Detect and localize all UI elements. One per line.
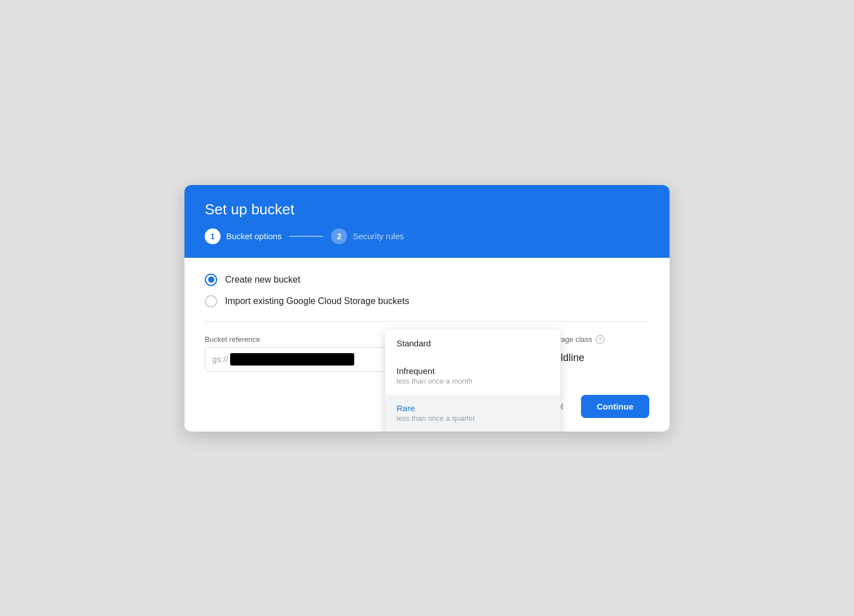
storage-class-group: Storage class ? Coldline xyxy=(548,335,649,364)
dialog-header: Set up bucket 1 Bucket options 2 Securit… xyxy=(184,185,670,258)
step-2: 2 Security rules xyxy=(331,228,404,244)
storage-class-help-icon[interactable]: ? xyxy=(596,335,605,344)
storage-class-value: Coldline xyxy=(548,352,649,364)
dialog-title: Set up bucket xyxy=(205,201,649,218)
dropdown-item-standard-title: Standard xyxy=(397,338,549,348)
dropdown-item-standard[interactable]: Standard xyxy=(385,329,560,357)
radio-create-new[interactable]: Create new bucket xyxy=(205,274,649,286)
bucket-reference-label: Bucket reference xyxy=(205,335,394,344)
radio-import[interactable]: Import existing Google Cloud Storage buc… xyxy=(205,295,649,307)
radio-group: Create new bucket Import existing Google… xyxy=(205,274,649,307)
dropdown-item-infrequent[interactable]: Infrequent less than once a month xyxy=(385,357,560,394)
dropdown-item-rare[interactable]: Rare less than once a quarter xyxy=(385,394,560,432)
dialog-body: Create new bucket Import existing Google… xyxy=(184,258,670,386)
section-divider xyxy=(205,321,649,322)
radio-circle-import xyxy=(205,295,217,307)
step-2-label: Security rules xyxy=(353,231,404,241)
dropdown-item-infrequent-title: Infrequent xyxy=(397,366,549,376)
form-section: Bucket reference gs:// Location ? ▼ xyxy=(205,335,649,372)
step-1-number: 1 xyxy=(205,228,221,244)
dropdown-item-rare-title: Rare xyxy=(397,403,549,413)
stepper: 1 Bucket options 2 Security rules xyxy=(205,228,649,244)
dropdown-item-infrequent-subtitle: less than once a month xyxy=(397,377,549,385)
gs-prefix: gs:// xyxy=(212,354,228,364)
bucket-reference-input[interactable]: gs:// xyxy=(205,347,394,372)
step-connector xyxy=(289,236,323,237)
storage-access-dropdown: Standard Infrequent less than once a mon… xyxy=(385,329,560,432)
radio-label-create-new: Create new bucket xyxy=(225,275,300,285)
bucket-reference-group: Bucket reference gs:// xyxy=(205,335,394,372)
step-2-number: 2 xyxy=(331,228,347,244)
radio-label-import: Import existing Google Cloud Storage buc… xyxy=(225,296,409,306)
set-up-bucket-dialog: Set up bucket 1 Bucket options 2 Securit… xyxy=(184,185,670,432)
storage-class-label: Storage class ? xyxy=(548,335,649,344)
radio-circle-create-new xyxy=(205,274,217,286)
step-1: 1 Bucket options xyxy=(205,228,281,244)
step-1-label: Bucket options xyxy=(226,231,281,241)
dropdown-item-rare-subtitle: less than once a quarter xyxy=(397,414,549,423)
continue-button[interactable]: Continue xyxy=(581,395,649,418)
bucket-reference-value xyxy=(230,353,354,366)
